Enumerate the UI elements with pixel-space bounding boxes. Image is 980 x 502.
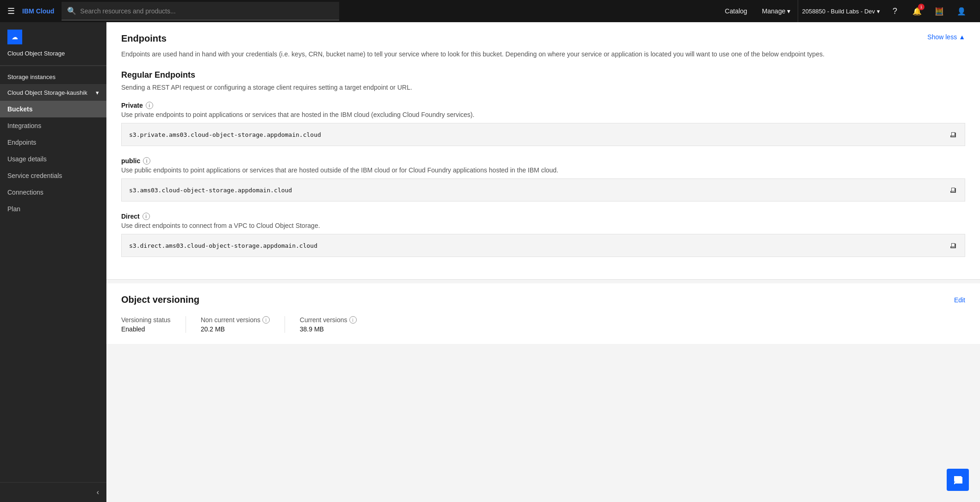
direct-endpoint-input-row: [121, 234, 965, 257]
sidebar-item-endpoints[interactable]: Endpoints: [0, 134, 106, 151]
private-endpoint-input-row: [121, 123, 965, 146]
public-endpoint-input-row: [121, 178, 965, 202]
endpoints-title: Endpoints: [121, 33, 167, 44]
sidebar-item-storage-instances[interactable]: Storage instances: [0, 66, 106, 84]
private-copy-button[interactable]: [943, 123, 965, 146]
chat-button[interactable]: [947, 469, 969, 491]
account-selector[interactable]: 2058850 - Build Labs - Dev ▾: [798, 0, 884, 22]
direct-endpoint-input[interactable]: [122, 237, 943, 255]
versioning-stats: Versioning status Enabled Non current ve…: [121, 316, 965, 333]
public-copy-button[interactable]: [943, 179, 965, 201]
non-current-value: 20.2 MB: [201, 325, 270, 333]
direct-info-icon[interactable]: i: [143, 213, 150, 220]
sidebar-logo-area: ☁ Cloud Object Storage: [0, 22, 106, 66]
app-icon: ☁: [7, 30, 22, 44]
top-navigation: ☰ IBM Cloud 🔍 Catalog Manage ▾ 2058850 -…: [0, 0, 980, 22]
current-versions-stat: Current versions i 38.9 MB: [285, 316, 372, 333]
notification-badge: 1: [918, 4, 924, 10]
sidebar-item-plan[interactable]: Plan: [0, 201, 106, 217]
main-content: Endpoints Show less ▲ Endpoints are used…: [106, 22, 980, 502]
versioning-header: Object versioning Edit: [121, 294, 965, 305]
direct-description: Use direct endpoints to connect from a V…: [121, 222, 965, 229]
sidebar-item-usage-details[interactable]: Usage details: [0, 151, 106, 167]
private-info-icon[interactable]: i: [146, 102, 153, 109]
sidebar: ☁ Cloud Object Storage Storage instances…: [0, 22, 106, 502]
public-endpoint-group: public i Use public endpoints to point a…: [121, 157, 965, 202]
catalog-link[interactable]: Catalog: [718, 0, 755, 22]
public-endpoint-input[interactable]: [122, 181, 943, 199]
endpoints-header: Endpoints Show less ▲: [121, 33, 965, 44]
versioning-status-value: Enabled: [121, 325, 171, 333]
manage-chevron-icon: ▾: [787, 7, 790, 15]
collapse-sidebar-button[interactable]: ‹: [97, 488, 99, 496]
public-info-icon[interactable]: i: [143, 157, 150, 165]
direct-copy-button[interactable]: [943, 234, 965, 257]
current-value: 38.9 MB: [300, 325, 357, 333]
public-description: Use public endpoints to point applicatio…: [121, 166, 965, 174]
help-icon-button[interactable]: ?: [884, 0, 906, 22]
notifications-icon-button[interactable]: 🔔 1: [906, 0, 928, 22]
sidebar-item-buckets[interactable]: Buckets: [0, 101, 106, 117]
sidebar-parent-item[interactable]: Cloud Object Storage-kaushik ▾: [0, 85, 106, 101]
versioning-section: Object versioning Edit Versioning status…: [106, 283, 980, 344]
regular-endpoints-desc: Sending a REST API request or configurin…: [121, 83, 965, 92]
sidebar-bottom: ‹: [0, 482, 106, 502]
direct-label: Direct i: [121, 213, 965, 220]
manage-menu[interactable]: Manage ▾: [755, 0, 798, 22]
hamburger-menu-icon[interactable]: ☰: [7, 6, 15, 16]
current-label: Current versions i: [300, 316, 357, 324]
search-bar[interactable]: 🔍: [62, 2, 339, 20]
private-label: Private i: [121, 102, 965, 109]
cloud-text: Cloud: [36, 7, 55, 15]
versioning-status-stat: Versioning status Enabled: [121, 316, 186, 333]
versioning-status-label: Versioning status: [121, 316, 171, 324]
public-label: public i: [121, 157, 965, 165]
current-info-icon[interactable]: i: [349, 316, 357, 324]
non-current-versions-stat: Non current versions i 20.2 MB: [186, 316, 285, 333]
user-profile-icon-button[interactable]: 👤: [950, 0, 973, 22]
chevron-up-icon: ▲: [959, 33, 965, 41]
endpoints-description: Endpoints are used hand in hand with you…: [121, 49, 965, 59]
sidebar-item-connections[interactable]: Connections: [0, 184, 106, 201]
topnav-actions: Catalog Manage ▾ 2058850 - Build Labs - …: [718, 0, 973, 22]
non-current-label: Non current versions i: [201, 316, 270, 324]
non-current-info-icon[interactable]: i: [262, 316, 270, 324]
private-description: Use private endpoints to point applicati…: [121, 111, 965, 118]
cost-estimator-icon-button[interactable]: 🧮: [928, 0, 950, 22]
account-chevron-icon: ▾: [877, 8, 880, 15]
edit-button[interactable]: Edit: [954, 296, 965, 304]
sidebar-item-service-credentials[interactable]: Service credentials: [0, 167, 106, 184]
private-endpoint-group: Private i Use private endpoints to point…: [121, 102, 965, 146]
brand-logo: IBM Cloud: [22, 7, 54, 15]
show-less-button[interactable]: Show less ▲: [927, 33, 965, 41]
search-input[interactable]: [80, 7, 334, 15]
versioning-title: Object versioning: [121, 294, 199, 305]
direct-endpoint-group: Direct i Use direct endpoints to connect…: [121, 213, 965, 257]
search-icon: 🔍: [67, 6, 76, 15]
ibm-text: IBM: [22, 7, 34, 15]
app-name: Cloud Object Storage: [7, 50, 99, 58]
regular-endpoints-title: Regular Endpoints: [121, 70, 965, 80]
endpoints-section: Endpoints Show less ▲ Endpoints are used…: [106, 22, 980, 280]
chevron-down-icon: ▾: [96, 89, 99, 96]
private-endpoint-input[interactable]: [122, 126, 943, 144]
sidebar-item-integrations[interactable]: Integrations: [0, 117, 106, 134]
